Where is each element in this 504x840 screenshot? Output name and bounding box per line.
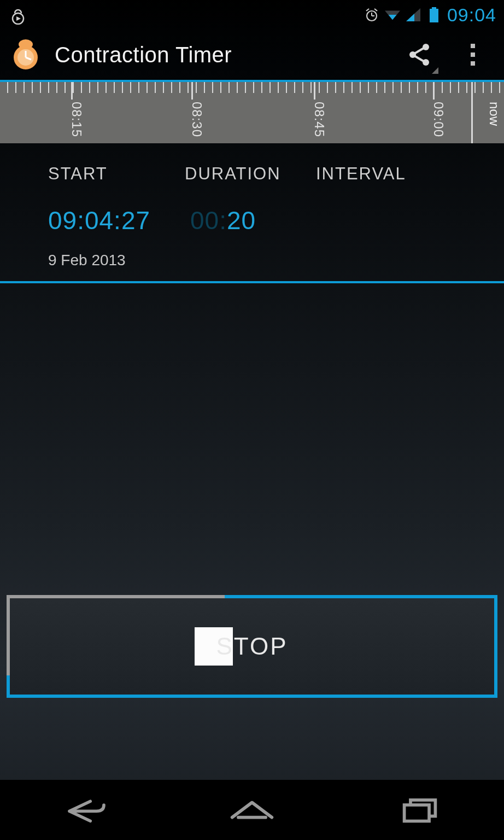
current-date: 9 Feb 2013 xyxy=(48,252,504,281)
timeline-ruler[interactable]: 08:1508:3008:4509:00now xyxy=(0,80,504,143)
alarm-icon xyxy=(364,7,379,22)
android-nav-bar xyxy=(0,780,504,840)
overflow-menu-button[interactable] xyxy=(453,38,493,72)
status-clock: 09:04 xyxy=(447,4,496,26)
svg-point-9 xyxy=(391,17,394,19)
lock-play-icon xyxy=(9,5,27,25)
action-bar: Contraction Timer xyxy=(0,30,504,80)
ruler-label: 08:45 xyxy=(312,102,327,137)
svg-rect-24 xyxy=(405,805,429,821)
svg-line-6 xyxy=(374,9,377,11)
cell-signal-icon xyxy=(406,7,421,22)
current-duration: 00:20 xyxy=(190,206,256,235)
back-button[interactable] xyxy=(54,794,114,826)
home-button[interactable] xyxy=(222,794,282,826)
svg-line-5 xyxy=(366,9,369,11)
stop-button[interactable]: STOP xyxy=(7,595,497,698)
svg-rect-13 xyxy=(430,9,438,22)
col-start: START xyxy=(48,164,185,184)
svg-line-23 xyxy=(414,56,424,61)
svg-line-22 xyxy=(414,48,424,54)
current-start-time: 09:04:27 xyxy=(48,206,190,235)
col-duration: DURATION xyxy=(185,164,316,184)
ruler-label: 08:30 xyxy=(189,102,204,137)
ruler-now-label: now xyxy=(487,102,502,126)
overflow-icon xyxy=(462,44,484,66)
recent-apps-button[interactable] xyxy=(390,794,450,826)
svg-marker-1 xyxy=(16,16,21,21)
ruler-label: 09:00 xyxy=(431,102,446,137)
app-icon xyxy=(10,39,42,71)
svg-point-15 xyxy=(19,39,33,49)
share-dropdown-caret-icon xyxy=(432,67,438,74)
empty-area xyxy=(0,283,504,595)
stop-label: STOP xyxy=(216,633,288,660)
battery-icon xyxy=(426,7,442,22)
share-button[interactable] xyxy=(399,38,439,72)
svg-marker-11 xyxy=(406,14,414,21)
app-title: Contraction Timer xyxy=(55,43,386,67)
svg-rect-12 xyxy=(432,7,436,9)
wifi-icon xyxy=(385,7,400,22)
col-interval: INTERVAL xyxy=(316,164,406,184)
current-contraction-row: 09:04:27 00:20 9 Feb 2013 xyxy=(0,198,504,281)
column-headers: START DURATION INTERVAL xyxy=(0,143,504,198)
ruler-label: 08:15 xyxy=(69,102,84,137)
android-status-bar: 09:04 xyxy=(0,0,504,30)
